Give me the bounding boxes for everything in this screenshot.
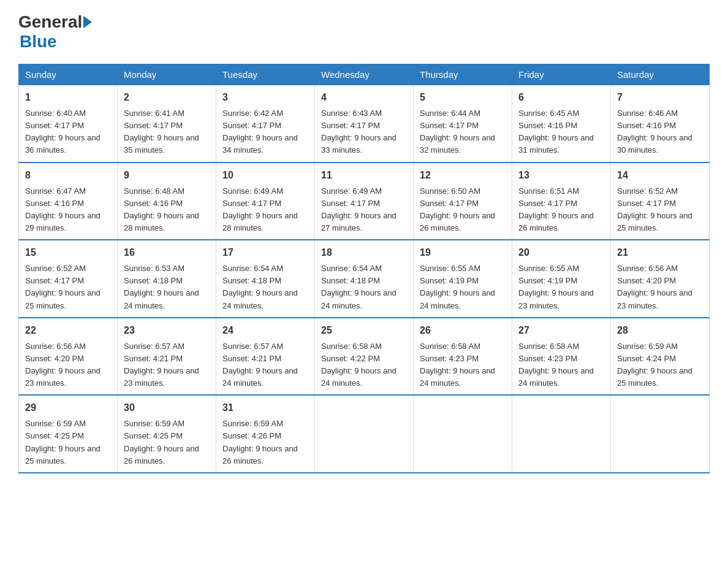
calendar-body: 1 Sunrise: 6:40 AMSunset: 4:17 PMDayligh…	[19, 85, 710, 473]
calendar-cell: 9 Sunrise: 6:48 AMSunset: 4:16 PMDayligh…	[118, 163, 216, 240]
weekday-header-saturday: Saturday	[611, 64, 710, 85]
weekday-header-sunday: Sunday	[19, 64, 118, 85]
calendar-cell: 18 Sunrise: 6:54 AMSunset: 4:18 PMDaylig…	[315, 240, 414, 318]
day-number: 21	[617, 245, 703, 260]
calendar-cell: 30 Sunrise: 6:59 AMSunset: 4:25 PMDaylig…	[118, 395, 216, 473]
day-number: 26	[420, 323, 506, 338]
calendar-week-row: 8 Sunrise: 6:47 AMSunset: 4:16 PMDayligh…	[19, 163, 710, 240]
calendar-cell: 10 Sunrise: 6:49 AMSunset: 4:17 PMDaylig…	[216, 163, 315, 240]
calendar-cell: 8 Sunrise: 6:47 AMSunset: 4:16 PMDayligh…	[19, 163, 118, 240]
day-info: Sunrise: 6:40 AMSunset: 4:17 PMDaylight:…	[25, 107, 111, 157]
calendar-cell: 27 Sunrise: 6:58 AMSunset: 4:23 PMDaylig…	[512, 318, 611, 396]
day-number: 7	[617, 90, 703, 105]
day-number: 12	[420, 168, 506, 183]
calendar-week-row: 15 Sunrise: 6:52 AMSunset: 4:17 PMDaylig…	[19, 240, 710, 318]
day-info: Sunrise: 6:58 AMSunset: 4:23 PMDaylight:…	[518, 340, 604, 390]
day-number: 10	[222, 168, 308, 183]
day-info: Sunrise: 6:50 AMSunset: 4:17 PMDaylight:…	[420, 185, 506, 235]
day-info: Sunrise: 6:59 AMSunset: 4:25 PMDaylight:…	[25, 418, 111, 467]
weekday-header-monday: Monday	[118, 64, 216, 85]
calendar-cell: 4 Sunrise: 6:43 AMSunset: 4:17 PMDayligh…	[315, 85, 414, 163]
day-number: 14	[617, 168, 703, 183]
day-info: Sunrise: 6:55 AMSunset: 4:19 PMDaylight:…	[420, 262, 506, 312]
day-info: Sunrise: 6:56 AMSunset: 4:20 PMDaylight:…	[25, 340, 111, 390]
day-info: Sunrise: 6:57 AMSunset: 4:21 PMDaylight:…	[124, 340, 210, 390]
day-info: Sunrise: 6:55 AMSunset: 4:19 PMDaylight:…	[518, 262, 604, 312]
weekday-header-tuesday: Tuesday	[216, 64, 315, 85]
logo-blue-text: Blue	[20, 32, 57, 51]
logo-general-text: General	[18, 12, 82, 32]
day-number: 18	[321, 245, 407, 260]
day-number: 1	[25, 90, 111, 105]
day-number: 24	[222, 323, 308, 338]
logo: General Blue	[18, 12, 93, 52]
calendar-cell	[611, 395, 710, 473]
calendar-cell: 16 Sunrise: 6:53 AMSunset: 4:18 PMDaylig…	[118, 240, 216, 318]
calendar-cell: 20 Sunrise: 6:55 AMSunset: 4:19 PMDaylig…	[512, 240, 611, 318]
day-info: Sunrise: 6:56 AMSunset: 4:20 PMDaylight:…	[617, 262, 703, 312]
day-number: 15	[25, 245, 111, 260]
day-info: Sunrise: 6:59 AMSunset: 4:24 PMDaylight:…	[617, 340, 703, 390]
day-info: Sunrise: 6:48 AMSunset: 4:16 PMDaylight:…	[124, 185, 210, 235]
calendar-cell: 2 Sunrise: 6:41 AMSunset: 4:17 PMDayligh…	[118, 85, 216, 163]
calendar-cell	[512, 395, 611, 473]
header: General Blue	[18, 12, 710, 52]
day-number: 23	[124, 323, 210, 338]
day-info: Sunrise: 6:58 AMSunset: 4:22 PMDaylight:…	[321, 340, 407, 390]
day-number: 13	[518, 168, 604, 183]
day-info: Sunrise: 6:51 AMSunset: 4:17 PMDaylight:…	[518, 185, 604, 235]
day-info: Sunrise: 6:58 AMSunset: 4:23 PMDaylight:…	[420, 340, 506, 390]
calendar-week-row: 1 Sunrise: 6:40 AMSunset: 4:17 PMDayligh…	[19, 85, 710, 163]
calendar-cell: 29 Sunrise: 6:59 AMSunset: 4:25 PMDaylig…	[19, 395, 118, 473]
calendar-cell: 5 Sunrise: 6:44 AMSunset: 4:17 PMDayligh…	[414, 85, 512, 163]
calendar-cell: 12 Sunrise: 6:50 AMSunset: 4:17 PMDaylig…	[414, 163, 512, 240]
day-number: 20	[518, 245, 604, 260]
day-number: 4	[321, 90, 407, 105]
calendar-header: SundayMondayTuesdayWednesdayThursdayFrid…	[19, 64, 710, 85]
day-info: Sunrise: 6:52 AMSunset: 4:17 PMDaylight:…	[25, 262, 111, 312]
day-info: Sunrise: 6:49 AMSunset: 4:17 PMDaylight:…	[222, 185, 308, 235]
calendar-cell: 23 Sunrise: 6:57 AMSunset: 4:21 PMDaylig…	[118, 318, 216, 396]
calendar-cell: 24 Sunrise: 6:57 AMSunset: 4:21 PMDaylig…	[216, 318, 315, 396]
calendar-cell	[414, 395, 512, 473]
calendar-cell: 7 Sunrise: 6:46 AMSunset: 4:16 PMDayligh…	[611, 85, 710, 163]
day-info: Sunrise: 6:41 AMSunset: 4:17 PMDaylight:…	[124, 107, 210, 157]
calendar-cell: 13 Sunrise: 6:51 AMSunset: 4:17 PMDaylig…	[512, 163, 611, 240]
day-number: 28	[617, 323, 703, 338]
calendar-cell: 6 Sunrise: 6:45 AMSunset: 4:16 PMDayligh…	[512, 85, 611, 163]
calendar-cell: 19 Sunrise: 6:55 AMSunset: 4:19 PMDaylig…	[414, 240, 512, 318]
calendar-cell: 25 Sunrise: 6:58 AMSunset: 4:22 PMDaylig…	[315, 318, 414, 396]
day-number: 11	[321, 168, 407, 183]
weekday-header-thursday: Thursday	[414, 64, 512, 85]
day-number: 19	[420, 245, 506, 260]
day-number: 31	[222, 400, 308, 415]
calendar-cell: 22 Sunrise: 6:56 AMSunset: 4:20 PMDaylig…	[19, 318, 118, 396]
calendar-cell: 26 Sunrise: 6:58 AMSunset: 4:23 PMDaylig…	[414, 318, 512, 396]
calendar-cell: 1 Sunrise: 6:40 AMSunset: 4:17 PMDayligh…	[19, 85, 118, 163]
calendar-cell	[315, 395, 414, 473]
day-number: 9	[124, 168, 210, 183]
day-number: 5	[420, 90, 506, 105]
day-number: 25	[321, 323, 407, 338]
day-number: 22	[25, 323, 111, 338]
calendar-cell: 17 Sunrise: 6:54 AMSunset: 4:18 PMDaylig…	[216, 240, 315, 318]
calendar-cell: 31 Sunrise: 6:59 AMSunset: 4:26 PMDaylig…	[216, 395, 315, 473]
day-number: 6	[518, 90, 604, 105]
day-info: Sunrise: 6:57 AMSunset: 4:21 PMDaylight:…	[222, 340, 308, 390]
calendar-week-row: 22 Sunrise: 6:56 AMSunset: 4:20 PMDaylig…	[19, 318, 710, 396]
day-number: 30	[124, 400, 210, 415]
day-info: Sunrise: 6:54 AMSunset: 4:18 PMDaylight:…	[222, 262, 308, 312]
weekday-header-friday: Friday	[512, 64, 611, 85]
day-number: 2	[124, 90, 210, 105]
weekday-header-wednesday: Wednesday	[315, 64, 414, 85]
calendar-table: SundayMondayTuesdayWednesdayThursdayFrid…	[18, 64, 710, 473]
calendar-cell: 14 Sunrise: 6:52 AMSunset: 4:17 PMDaylig…	[611, 163, 710, 240]
logo-arrow-icon	[83, 16, 92, 28]
calendar-cell: 21 Sunrise: 6:56 AMSunset: 4:20 PMDaylig…	[611, 240, 710, 318]
day-info: Sunrise: 6:45 AMSunset: 4:16 PMDaylight:…	[518, 107, 604, 157]
calendar-cell: 11 Sunrise: 6:49 AMSunset: 4:17 PMDaylig…	[315, 163, 414, 240]
calendar-cell: 3 Sunrise: 6:42 AMSunset: 4:17 PMDayligh…	[216, 85, 315, 163]
day-number: 8	[25, 168, 111, 183]
calendar-cell: 15 Sunrise: 6:52 AMSunset: 4:17 PMDaylig…	[19, 240, 118, 318]
day-info: Sunrise: 6:59 AMSunset: 4:26 PMDaylight:…	[222, 418, 308, 467]
